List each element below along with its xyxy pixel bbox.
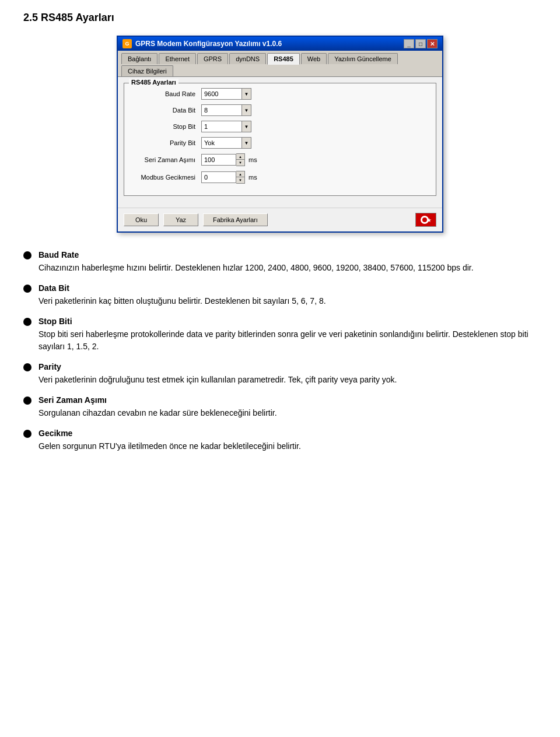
tab-dyndns[interactable]: dynDNS (229, 53, 266, 64)
bullet-item-stop-bit: Stop Biti Stop biti seri haberleşme prot… (23, 317, 537, 353)
tab-web[interactable]: Web (301, 53, 327, 64)
bullet-title-baud-rate: Baud Rate (38, 250, 537, 259)
data-bit-input[interactable] (201, 104, 242, 116)
modbus-gecikme-spinner[interactable]: ▲ ▼ ms (201, 171, 257, 184)
flag-star: ★ (426, 217, 432, 223)
bullet-dot-gecikme (23, 430, 32, 438)
bullet-item-data-bit: Data Bit Veri paketlerinin kaç bitten ol… (23, 283, 537, 307)
bullet-text-stop-bit: Stop biti seri haberleşme protokollerind… (38, 328, 537, 353)
titlebar-buttons: _ □ ✕ (404, 39, 438, 48)
dialog-body: RS485 Ayarları Baud Rate ▼ Data Bit ▼ (118, 77, 442, 208)
bullet-content-parity: Parity Veri paketlerinin doğruluğunu tes… (38, 362, 537, 386)
stop-bit-combo[interactable]: ▼ (201, 121, 251, 132)
baud-rate-row: Baud Rate ▼ (131, 88, 429, 100)
bullet-title-seri-zaman: Seri Zaman Aşımı (38, 395, 537, 405)
bullet-content-baud-rate: Baud Rate Cihazınızın haberleşme hızını … (38, 250, 537, 274)
seri-zaman-unit: ms (249, 156, 257, 163)
data-bit-label: Data Bit (131, 107, 201, 114)
bullet-title-parity: Parity (38, 362, 537, 371)
seri-zaman-row: Seri Zaman Aşımı ▲ ▼ ms (131, 153, 429, 166)
fabrika-button[interactable]: Fabrika Ayarları (203, 213, 268, 226)
bullet-item-parity: Parity Veri paketlerinin doğruluğunu tes… (23, 362, 537, 386)
stop-bit-arrow[interactable]: ▼ (242, 121, 251, 132)
parity-bit-input[interactable] (201, 137, 242, 149)
baud-rate-label: Baud Rate (131, 90, 201, 97)
page-title: 2.5 RS485 Ayarları (23, 12, 537, 24)
tab-baglanti[interactable]: Bağlantı (121, 53, 158, 64)
tab-yazilim[interactable]: Yazılım Güncelleme (328, 53, 398, 64)
tab-gprs[interactable]: GPRS (197, 53, 228, 64)
tab-bar: Bağlantı Ethernet GPRS dynDNS RS485 Web … (118, 51, 442, 77)
baud-rate-input[interactable] (201, 88, 242, 100)
parity-bit-arrow[interactable]: ▼ (242, 137, 251, 149)
modbus-gecikme-down[interactable]: ▼ (236, 177, 244, 183)
yaz-button[interactable]: Yaz (163, 213, 198, 226)
tab-rs485[interactable]: RS485 (267, 53, 300, 65)
bullet-dot-seri-zaman (23, 396, 32, 405)
dialog-wrapper: G GPRS Modem Konfigürasyon Yazılımı v1.0… (23, 36, 537, 233)
seri-zaman-spinner[interactable]: ▲ ▼ ms (201, 153, 257, 166)
bullet-dot-stop-bit (23, 318, 32, 326)
bullet-content-gecikme: Gecikme Gelen sorgunun RTU'ya iletilmede… (38, 429, 537, 452)
dialog-titlebar: G GPRS Modem Konfigürasyon Yazılımı v1.0… (118, 37, 442, 51)
close-button[interactable]: ✕ (427, 39, 438, 48)
seri-zaman-spinner-buttons: ▲ ▼ (236, 153, 245, 166)
bullet-text-baud-rate: Cihazınızın haberleşme hızını belirtir. … (38, 262, 537, 274)
tab-ethernet[interactable]: Ethernet (159, 53, 196, 64)
data-bit-combo[interactable]: ▼ (201, 104, 251, 116)
modbus-gecikme-spinner-buttons: ▲ ▼ (236, 171, 245, 184)
turkish-flag-icon: ★ (415, 213, 436, 227)
bullet-content-seri-zaman: Seri Zaman Aşımı Sorgulanan cihazdan cev… (38, 395, 537, 419)
dialog-footer: Oku Yaz Fabrika Ayarları ★ (118, 208, 442, 231)
stop-bit-label: Stop Bit (131, 123, 201, 130)
bullet-dot-data-bit (23, 285, 32, 293)
bullet-title-stop-bit: Stop Biti (38, 317, 537, 326)
oku-button[interactable]: Oku (124, 213, 159, 226)
bullet-item-seri-zaman: Seri Zaman Aşımı Sorgulanan cihazdan cev… (23, 395, 537, 419)
content-section: Baud Rate Cihazınızın haberleşme hızını … (23, 250, 537, 452)
dialog-window: G GPRS Modem Konfigürasyon Yazılımı v1.0… (117, 36, 443, 233)
data-bit-row: Data Bit ▼ (131, 104, 429, 116)
bullet-text-parity: Veri paketlerinin doğruluğunu test etmek… (38, 374, 537, 386)
bullet-dot-baud-rate (23, 251, 32, 259)
modbus-gecikme-row: Modbus Gecikmesi ▲ ▼ ms (131, 171, 429, 184)
modbus-gecikme-unit: ms (249, 174, 257, 181)
dialog-app-icon: G (123, 39, 132, 48)
modbus-gecikme-up[interactable]: ▲ (236, 171, 244, 177)
maximize-button[interactable]: □ (415, 39, 426, 48)
bullet-item-gecikme: Gecikme Gelen sorgunun RTU'ya iletilmede… (23, 429, 537, 452)
bullet-text-gecikme: Gelen sorgunun RTU'ya iletilmeden önce n… (38, 440, 537, 452)
bullet-item-baud-rate: Baud Rate Cihazınızın haberleşme hızını … (23, 250, 537, 274)
stop-bit-row: Stop Bit ▼ (131, 121, 429, 132)
parity-bit-row: Parity Bit ▼ (131, 137, 429, 149)
bullet-title-data-bit: Data Bit (38, 283, 537, 293)
data-bit-arrow[interactable]: ▼ (242, 104, 251, 116)
bullet-title-gecikme: Gecikme (38, 429, 537, 438)
stop-bit-input[interactable] (201, 121, 242, 132)
seri-zaman-label: Seri Zaman Aşımı (131, 156, 201, 163)
modbus-gecikme-input[interactable] (201, 171, 236, 183)
bullet-content-stop-bit: Stop Biti Stop biti seri haberleşme prot… (38, 317, 537, 353)
bullet-text-seri-zaman: Sorgulanan cihazdan cevabın ne kadar sür… (38, 407, 537, 419)
parity-bit-combo[interactable]: ▼ (201, 137, 251, 149)
tab-cihaz[interactable]: Cihaz Bilgileri (121, 65, 173, 76)
baud-rate-combo[interactable]: ▼ (201, 88, 251, 100)
group-box-title: RS485 Ayarları (129, 79, 178, 86)
bullet-content-data-bit: Data Bit Veri paketlerinin kaç bitten ol… (38, 283, 537, 307)
seri-zaman-down[interactable]: ▼ (236, 160, 244, 166)
footer-buttons-left: Oku Yaz Fabrika Ayarları (124, 213, 268, 226)
dialog-title: GPRS Modem Konfigürasyon Yazılımı v1.0.6 (135, 40, 282, 48)
modbus-gecikme-label: Modbus Gecikmesi (131, 174, 201, 181)
titlebar-left: G GPRS Modem Konfigürasyon Yazılımı v1.0… (123, 39, 282, 48)
baud-rate-arrow[interactable]: ▼ (242, 88, 251, 100)
minimize-button[interactable]: _ (404, 39, 414, 48)
rs485-group-box: RS485 Ayarları Baud Rate ▼ Data Bit ▼ (124, 83, 436, 196)
parity-bit-label: Parity Bit (131, 139, 201, 146)
bullet-text-data-bit: Veri paketlerinin kaç bitten oluştuğunu … (38, 295, 537, 307)
seri-zaman-input[interactable] (201, 154, 236, 166)
seri-zaman-up[interactable]: ▲ (236, 154, 244, 160)
bullet-dot-parity (23, 363, 32, 371)
